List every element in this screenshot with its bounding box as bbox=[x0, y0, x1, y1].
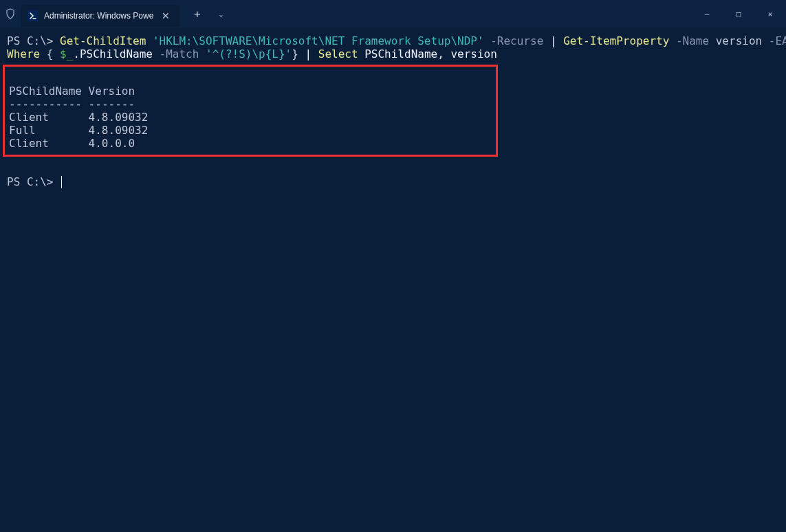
tab-area: Administrator: Windows Powe ✕ + ⌄ bbox=[0, 0, 231, 27]
prompt-line-cursor: PS C:\> bbox=[7, 175, 62, 188]
prompt-line-1: PS C:\> Get-ChildItem 'HKLM:\SOFTWARE\Mi… bbox=[7, 34, 786, 47]
minimize-button[interactable]: — bbox=[691, 0, 723, 27]
window-controls: — □ ✕ bbox=[691, 0, 786, 27]
powershell-icon bbox=[28, 10, 39, 21]
output-highlight-box: PSChildName Version ----------- ------- … bbox=[3, 65, 498, 156]
terminal-content[interactable]: PS C:\> Get-ChildItem 'HKLM:\SOFTWARE\Mi… bbox=[0, 27, 786, 195]
table-row: Client 4.0.0.0 bbox=[9, 137, 135, 150]
tab-title: Administrator: Windows Powe bbox=[44, 11, 153, 21]
prompt-line-2: Where { $_.PSChildName -Match '^(?!S)\p{… bbox=[7, 47, 497, 60]
terminal-tab[interactable]: Administrator: Windows Powe ✕ bbox=[21, 5, 179, 27]
table-header: PSChildName Version bbox=[9, 85, 135, 98]
table-row: Full 4.8.09032 bbox=[9, 124, 148, 137]
maximize-button[interactable]: □ bbox=[723, 0, 754, 27]
table-row: Client 4.8.09032 bbox=[9, 111, 148, 124]
close-button[interactable]: ✕ bbox=[754, 0, 786, 27]
chevron-down-icon[interactable]: ⌄ bbox=[210, 4, 231, 23]
new-tab-button[interactable]: + bbox=[185, 4, 209, 23]
title-bar: Administrator: Windows Powe ✕ + ⌄ — □ ✕ bbox=[0, 0, 786, 27]
cursor bbox=[61, 176, 62, 188]
table-underline: ----------- ------- bbox=[9, 98, 135, 111]
close-icon[interactable]: ✕ bbox=[159, 9, 173, 23]
shield-icon bbox=[0, 0, 21, 27]
